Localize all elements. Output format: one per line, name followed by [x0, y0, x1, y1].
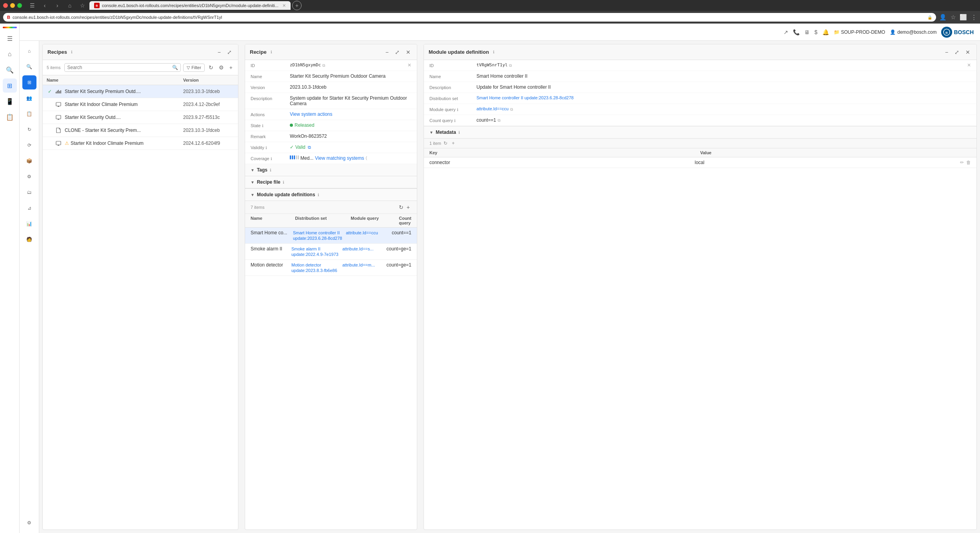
bookmark-button[interactable]: ☆ [77, 0, 88, 11]
rail-home-icon[interactable]: ⌂ [3, 47, 17, 61]
metadata-toggle[interactable]: ▼ Metadata ℹ [424, 126, 976, 139]
count-query-copy-icon[interactable]: ⧉ [498, 118, 500, 123]
nav-filter-icon[interactable]: ⊿ [22, 201, 36, 215]
back-button[interactable]: ‹ [39, 0, 50, 11]
nav-users-icon[interactable]: 👥 [22, 91, 36, 105]
mod-refresh-button[interactable]: ↻ [397, 203, 405, 211]
recipe-minimize-button[interactable]: − [384, 48, 390, 56]
rail-devices-icon[interactable]: 📱 [3, 94, 17, 108]
module-def-expand-button[interactable]: ⤢ [953, 48, 961, 56]
nav-home-icon[interactable]: ⌂ [22, 44, 36, 58]
mod-query-link-2[interactable]: attribute.Id==s... [342, 246, 374, 251]
nav-settings2-icon[interactable]: ⚙ [22, 516, 36, 530]
tab-icon[interactable]: ⬜ [960, 14, 967, 21]
nav-chart-icon[interactable]: 📊 [22, 217, 36, 231]
filter-button[interactable]: ▽ Filter [183, 64, 204, 72]
count-query-info-icon[interactable]: ℹ [454, 119, 456, 123]
refresh-button[interactable]: ↻ [207, 64, 215, 71]
search-input[interactable] [67, 65, 171, 70]
nav-package-icon[interactable]: 📦 [22, 154, 36, 168]
metadata-refresh-button[interactable]: ↻ [444, 141, 447, 146]
recipes-minimize-button[interactable]: − [216, 48, 222, 56]
coverage-info-icon[interactable]: ℹ [271, 157, 272, 161]
rail-hamburger-icon[interactable]: ☰ [3, 31, 17, 46]
nav-bag-icon[interactable]: 🗂 [22, 185, 36, 199]
metadata-add-button[interactable]: + [452, 141, 455, 146]
browser-tab-active[interactable]: B console.eu1.bosch-iot-rollouts.com/rec… [89, 1, 291, 10]
mod-info-icon[interactable]: ℹ [318, 193, 319, 197]
share-icon[interactable]: ↗ [784, 29, 788, 35]
tags-section[interactable]: ▼ Tags ℹ [245, 164, 417, 176]
mod-query-link-1[interactable]: attribute.Id==ccu [346, 230, 378, 235]
new-tab-button[interactable]: + [292, 1, 302, 10]
dollar-icon[interactable]: $ [815, 29, 818, 35]
view-matching-systems-link[interactable]: View matching systems [315, 155, 364, 161]
maximize-button[interactable] [17, 3, 22, 8]
close-button[interactable] [3, 3, 8, 8]
module-def-close-button[interactable]: ✕ [964, 48, 972, 56]
state-info-icon[interactable]: ℹ [262, 124, 264, 128]
module-query-info-icon[interactable]: ℹ [457, 108, 458, 112]
home-nav-button[interactable]: ⌂ [64, 0, 75, 11]
right-id-close-icon[interactable]: ✕ [967, 62, 971, 68]
mod-add-button[interactable]: + [405, 203, 411, 211]
module-def-minimize-button[interactable]: − [944, 48, 950, 56]
meta-delete-icon[interactable]: 🗑 [966, 160, 971, 165]
recipe-info-icon[interactable]: ℹ [271, 50, 272, 54]
monitor-icon[interactable]: 🖥 [804, 29, 810, 35]
module-query-link[interactable]: attribute.Id==ccu [476, 106, 509, 111]
validity-external-icon[interactable]: ⧉ [308, 145, 311, 150]
nav-people-icon[interactable]: 🧑 [22, 232, 36, 246]
mod-header[interactable]: ▼ Module update definitions ℹ [245, 189, 417, 201]
rail-search-icon[interactable]: 🔍 [3, 63, 17, 77]
recipe-close-button[interactable]: ✕ [404, 48, 412, 56]
nav-settings1-icon[interactable]: ⚙ [22, 170, 36, 184]
table-row[interactable]: Starter Kit Security Outd.... 2023.9.27-… [43, 111, 238, 124]
recipe-file-info-icon[interactable]: ℹ [283, 180, 284, 184]
settings-button[interactable]: ⚙ [217, 64, 225, 71]
mod-dist-link-3[interactable]: Motion detector update:2023.8.3-fb6e86 [291, 263, 337, 273]
table-row[interactable]: Starter Kit Indoor Climate Premium 2023.… [43, 98, 238, 111]
nav-loop2-icon[interactable]: ⟳ [22, 138, 36, 152]
recipes-info-icon[interactable]: ℹ [71, 50, 73, 54]
tags-info-icon[interactable]: ℹ [270, 168, 271, 172]
address-bar[interactable]: B console.eu1.bosch-iot-rollouts.com/rec… [3, 13, 936, 22]
tab-close-icon[interactable]: ✕ [282, 3, 286, 8]
table-row[interactable]: CLONE - Starter Kit Security Prem... 202… [43, 124, 238, 137]
module-query-copy-icon[interactable]: ⧉ [510, 107, 513, 112]
account-icon[interactable]: 👤 [939, 14, 947, 21]
metadata-info-icon[interactable]: ℹ [458, 130, 460, 135]
id-close-icon[interactable]: ✕ [407, 62, 411, 68]
rail-grid-icon[interactable]: ⊞ [3, 78, 17, 93]
more-icon[interactable]: ⋮ [971, 14, 977, 21]
search-input-wrap[interactable]: 🔍 [64, 63, 181, 72]
nav-loop1-icon[interactable]: ↻ [22, 122, 36, 137]
mod-row-smart-home[interactable]: Smart Home co... Smart Home controller I… [245, 228, 417, 244]
view-system-actions-link[interactable]: View system actions [290, 111, 333, 117]
validity-info-icon[interactable]: ℹ [265, 146, 267, 150]
recipe-file-section[interactable]: ▼ Recipe file ℹ [245, 176, 417, 188]
bell-icon[interactable]: 🔔 [822, 29, 829, 35]
mod-dist-link-2[interactable]: Smoke alarm II update:2022.4.9-7e1973 [291, 246, 338, 257]
nav-search-icon[interactable]: 🔍 [22, 60, 36, 74]
mod-dist-link-1[interactable]: Smart Home controller II update:2023.6.2… [293, 230, 342, 241]
mod-row-smoke-alarm[interactable]: Smoke alarm II Smoke alarm II update:202… [245, 244, 417, 260]
rail-copy-icon[interactable]: 📋 [3, 110, 17, 124]
right-id-copy-icon[interactable]: ⧉ [509, 63, 512, 68]
recipes-expand-button[interactable]: ⤢ [225, 48, 233, 56]
meta-row[interactable]: connector local ✏ 🗑 [424, 157, 976, 168]
module-def-info-icon[interactable]: ℹ [493, 50, 495, 54]
meta-edit-icon[interactable]: ✏ [960, 160, 964, 165]
nav-grid-icon[interactable]: ⊞ [22, 75, 36, 89]
minimize-button[interactable] [10, 3, 15, 8]
nav-copy-icon[interactable]: 📋 [22, 107, 36, 121]
forward-button[interactable]: › [52, 0, 63, 11]
table-row[interactable]: ✓ Starter Kit Security Premium Outd.... … [43, 85, 238, 98]
mod-query-link-3[interactable]: attribute.Id==m... [342, 263, 375, 267]
dist-set-link[interactable]: Smart Home controller II update:2023.6.2… [476, 95, 574, 100]
table-row[interactable]: ⚠ Starter Kit Indoor Climate Premium 202… [43, 137, 238, 150]
user-menu[interactable]: 👤 demo@bosch.com [890, 29, 936, 35]
recipe-expand-button[interactable]: ⤢ [393, 48, 401, 56]
phone-icon[interactable]: 📞 [793, 29, 800, 35]
bookmark-star-icon[interactable]: ☆ [951, 14, 956, 21]
